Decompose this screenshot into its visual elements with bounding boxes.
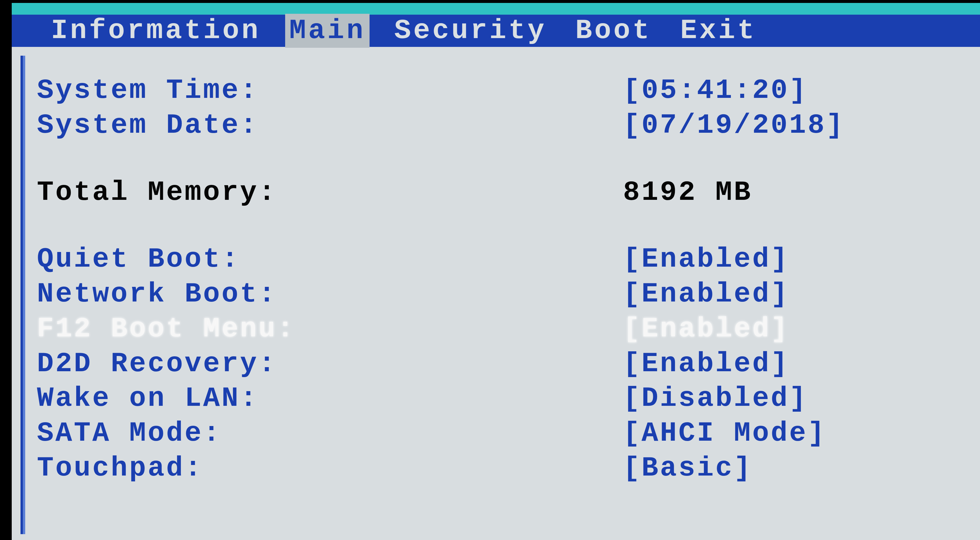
row-quiet-boot[interactable]: Quiet Boot: [Enabled] <box>37 242 963 277</box>
value-quiet-boot[interactable]: [Enabled] <box>623 242 789 277</box>
row-f12-boot-menu[interactable]: F12 Boot Menu: [Enabled] <box>37 312 963 346</box>
label-system-date: System Date: <box>37 108 623 143</box>
tab-information[interactable]: Information <box>47 14 265 48</box>
top-accent-bar <box>12 3 980 15</box>
panel-border: System Time: [05:41:20] System Date: [07… <box>21 56 980 534</box>
label-wake-on-lan: Wake on LAN: <box>37 381 623 416</box>
value-sata-mode[interactable]: [AHCI Mode] <box>623 416 826 451</box>
label-network-boot: Network Boot: <box>37 277 623 312</box>
value-f12-boot-menu[interactable]: [Enabled] <box>623 312 789 346</box>
label-touchpad: Touchpad: <box>37 451 623 486</box>
menu-bar: Information Main Security Boot Exit <box>12 15 980 47</box>
tab-boot[interactable]: Boot <box>571 14 655 48</box>
label-d2d-recovery: D2D Recovery: <box>37 346 623 381</box>
value-touchpad[interactable]: [Basic] <box>623 451 752 486</box>
value-system-time[interactable]: [05:41:20] <box>623 73 808 108</box>
label-system-time: System Time: <box>37 73 623 108</box>
label-sata-mode: SATA Mode: <box>37 416 623 451</box>
row-system-time[interactable]: System Time: [05:41:20] <box>37 73 963 108</box>
value-total-memory: 8192 MB <box>623 175 752 210</box>
settings-panel: System Time: [05:41:20] System Date: [07… <box>23 56 980 534</box>
row-system-date[interactable]: System Date: [07/19/2018] <box>37 108 963 143</box>
row-total-memory: Total Memory: 8192 MB <box>37 175 963 210</box>
tab-exit[interactable]: Exit <box>676 14 760 48</box>
value-wake-on-lan[interactable]: [Disabled] <box>623 381 808 416</box>
label-f12-boot-menu: F12 Boot Menu: <box>37 312 623 346</box>
value-network-boot[interactable]: [Enabled] <box>623 277 789 312</box>
label-total-memory: Total Memory: <box>37 175 623 210</box>
label-quiet-boot: Quiet Boot: <box>37 242 623 277</box>
row-network-boot[interactable]: Network Boot: [Enabled] <box>37 277 963 312</box>
spacer <box>37 143 963 175</box>
value-d2d-recovery[interactable]: [Enabled] <box>623 346 789 381</box>
bios-screen: Insy Information Main Security Boot Exit… <box>12 3 980 540</box>
row-wake-on-lan[interactable]: Wake on LAN: [Disabled] <box>37 381 963 416</box>
tab-security[interactable]: Security <box>390 14 550 48</box>
value-system-date[interactable]: [07/19/2018] <box>623 108 845 143</box>
row-touchpad[interactable]: Touchpad: [Basic] <box>37 451 963 486</box>
tab-main[interactable]: Main <box>285 14 369 48</box>
row-sata-mode[interactable]: SATA Mode: [AHCI Mode] <box>37 416 963 451</box>
row-d2d-recovery[interactable]: D2D Recovery: [Enabled] <box>37 346 963 381</box>
spacer <box>37 210 963 242</box>
